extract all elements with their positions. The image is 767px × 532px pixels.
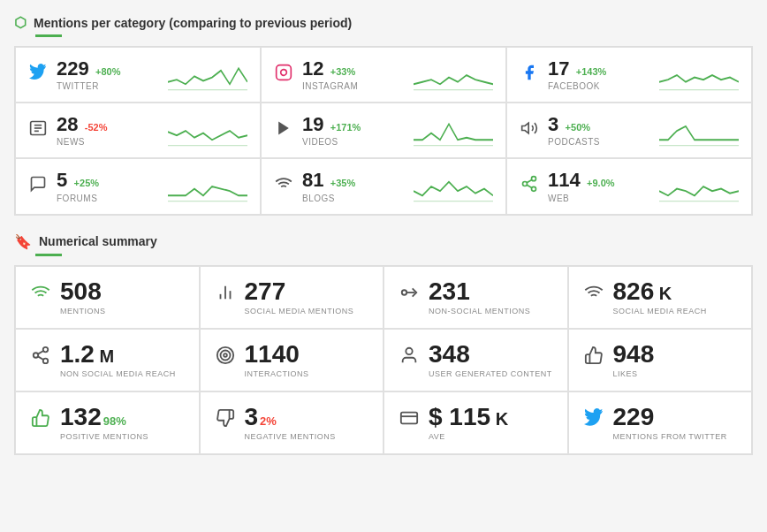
metric-value-podcasts: 3 +50% (548, 114, 650, 135)
web-icon (520, 175, 539, 197)
numerical-cell-twitter-mentions: 229 MENTIONS FROM TWITTER (568, 391, 753, 454)
category-cell-podcasts: 3 +50% PODCASTS (506, 103, 752, 158)
num-info-mentions: 508 MENTIONS (60, 279, 106, 315)
non-social-mentions-icon (399, 283, 420, 307)
svg-point-18 (523, 182, 528, 186)
metric-value-twitter: 229 +80% (57, 58, 159, 80)
sparkline-facebook (659, 59, 739, 91)
sparkline-instagram (414, 59, 493, 91)
numerical-section-header: 🔖 Numerical summary (14, 233, 753, 250)
ugc-icon (399, 346, 420, 369)
num-label-non-social-mentions: NON-SOCIAL MENTIONS (429, 307, 530, 315)
svg-point-36 (224, 353, 227, 357)
num-value-ave: $ 115 K (429, 405, 508, 429)
news-icon (28, 119, 48, 141)
category-cell-facebook: 17 +143% FACEBOOK (506, 47, 752, 103)
num-value-negative-mentions: 32% (245, 405, 336, 429)
svg-point-29 (43, 346, 49, 352)
svg-line-33 (38, 351, 43, 354)
mentions-section-header: ⬡ Mentions per category (comparing to pr… (14, 14, 753, 31)
badge-negative-mentions: 2% (260, 414, 277, 428)
category-cell-instagram: 12 +33% INSTAGRAM (261, 47, 506, 103)
metric-info-web: 114 +9.0% WEB (548, 170, 650, 202)
non-social-reach-icon (30, 346, 51, 369)
svg-point-19 (532, 187, 536, 192)
numerical-cell-social-media-reach: 826 K SOCIAL MEDIA REACH (568, 266, 753, 329)
numerical-cell-likes: 948 LIKES (568, 329, 753, 391)
num-label-twitter-mentions: MENTIONS FROM TWITTER (613, 432, 727, 441)
num-label-social-media-mentions: SOCIAL MEDIA MENTIONS (245, 307, 354, 315)
category-cell-videos: 19 +171% VIDEOS (261, 103, 506, 158)
numerical-cell-non-social-mentions: 231 NON-SOCIAL MENTIONS (384, 266, 568, 329)
metric-value-news: 28 -52% (57, 114, 159, 135)
metric-label-podcasts: PODCASTS (548, 137, 650, 147)
num-info-likes: 948 LIKES (613, 342, 655, 378)
num-label-interactions: INTERACTIONS (245, 369, 309, 378)
num-info-interactions: 1140 INTERACTIONS (245, 342, 309, 378)
num-info-non-social-mentions: 231 NON-SOCIAL MENTIONS (429, 279, 530, 315)
category-grid: 229 +80% TWITTER 12 +33% INSTAGRAM (14, 46, 753, 216)
forums-icon (28, 175, 48, 197)
category-cell-forums: 5 +25% FORUMS (15, 158, 261, 214)
num-label-mentions: MENTIONS (60, 307, 106, 315)
category-cell-web: 114 +9.0% WEB (506, 158, 752, 214)
sparkline-videos (414, 115, 493, 147)
metric-label-forums: FORUMS (57, 194, 159, 203)
positive-mentions-icon (30, 408, 51, 432)
num-info-ugc: 348 USER GENERATED CONTENT (429, 342, 552, 378)
metric-label-web: WEB (548, 194, 650, 203)
num-info-twitter-mentions: 229 MENTIONS FROM TWITTER (613, 405, 727, 441)
svg-point-30 (34, 353, 39, 358)
svg-marker-12 (522, 123, 529, 133)
metric-value-facebook: 17 +143% (548, 58, 650, 80)
numerical-cell-ave: $ 115 K AVE (384, 391, 568, 454)
num-label-positive-mentions: POSITIVE MENTIONS (60, 432, 148, 441)
svg-line-32 (38, 356, 43, 360)
svg-point-27 (402, 290, 407, 295)
svg-marker-10 (278, 122, 289, 135)
svg-rect-38 (401, 412, 417, 423)
interactions-icon (215, 346, 236, 369)
category-cell-twitter: 229 +80% TWITTER (15, 47, 261, 103)
numerical-cell-non-social-reach: 1.2 M NON SOCIAL MEDIA REACH (15, 329, 200, 391)
num-value-mentions: 508 (60, 279, 106, 304)
svg-point-17 (532, 177, 536, 181)
metric-info-news: 28 -52% NEWS (57, 114, 159, 147)
num-label-ave: AVE (429, 432, 508, 441)
numerical-cell-interactions: 1140 INTERACTIONS (200, 329, 384, 391)
num-value-positive-mentions: 13298% (60, 405, 148, 429)
category-cell-blogs: 81 +35% BLOGS (261, 158, 506, 214)
num-info-ave: $ 115 K AVE (429, 405, 508, 441)
num-value-twitter-mentions: 229 (613, 405, 727, 429)
svg-rect-1 (277, 65, 292, 80)
numerical-cell-negative-mentions: 32% NEGATIVE MENTIONS (200, 391, 384, 454)
metric-info-videos: 19 +171% VIDEOS (302, 114, 405, 147)
svg-point-35 (220, 350, 230, 360)
numerical-underline (35, 254, 62, 256)
videos-icon (274, 119, 293, 141)
sparkline-twitter (168, 59, 247, 91)
svg-line-20 (527, 186, 532, 188)
num-label-social-media-reach: SOCIAL MEDIA REACH (613, 307, 707, 315)
metric-value-videos: 19 +171% (302, 114, 405, 135)
num-label-negative-mentions: NEGATIVE MENTIONS (245, 432, 336, 441)
num-value-social-media-mentions: 277 (245, 279, 354, 304)
sparkline-news (168, 115, 247, 147)
metric-label-news: NEWS (57, 137, 159, 147)
sparkline-forums (168, 171, 247, 202)
num-value-non-social-reach: 1.2 M (60, 342, 176, 367)
num-info-non-social-reach: 1.2 M NON SOCIAL MEDIA REACH (60, 342, 176, 378)
share-icon: ⬡ (14, 14, 27, 31)
svg-point-37 (406, 347, 412, 353)
num-label-non-social-reach: NON SOCIAL MEDIA REACH (60, 369, 176, 378)
num-value-ugc: 348 (429, 342, 552, 367)
social-media-reach-icon (583, 283, 604, 307)
metric-info-blogs: 81 +35% BLOGS (302, 170, 405, 202)
category-cell-news: 28 -52% NEWS (15, 103, 261, 158)
metric-label-facebook: FACEBOOK (548, 81, 650, 91)
sparkline-blogs (414, 171, 493, 202)
svg-line-21 (527, 180, 532, 183)
metric-info-forums: 5 +25% FORUMS (57, 170, 159, 202)
num-info-negative-mentions: 32% NEGATIVE MENTIONS (245, 405, 336, 441)
metric-info-podcasts: 3 +50% PODCASTS (548, 114, 650, 147)
